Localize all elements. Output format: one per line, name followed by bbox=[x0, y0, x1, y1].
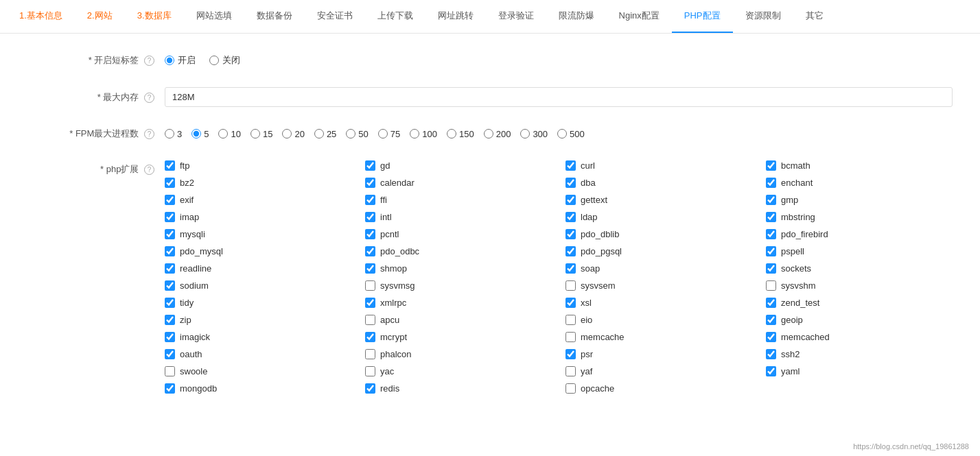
ext-checkbox-pdo_dblib[interactable] bbox=[565, 229, 576, 239]
nav-item-redirect[interactable]: 网址跳转 bbox=[425, 0, 486, 33]
ext-checkbox-imap[interactable] bbox=[165, 212, 175, 222]
ext-checkbox-gd[interactable] bbox=[365, 160, 375, 171]
fpm-opt-300[interactable]: 300 bbox=[520, 129, 548, 139]
ext-item-redis[interactable]: redis bbox=[365, 383, 552, 394]
ext-item-bcmath[interactable]: bcmath bbox=[766, 160, 953, 171]
ext-item-apcu[interactable]: apcu bbox=[365, 315, 552, 325]
nav-item-website[interactable]: 2.网站 bbox=[75, 0, 125, 33]
nav-item-database[interactable]: 3.数据库 bbox=[125, 0, 184, 33]
nav-item-login[interactable]: 登录验证 bbox=[486, 0, 546, 33]
ext-checkbox-pdo_odbc[interactable] bbox=[365, 246, 375, 256]
ext-checkbox-curl[interactable] bbox=[565, 160, 576, 171]
nav-item-ratelimit[interactable]: 限流防爆 bbox=[546, 0, 607, 33]
ext-item-pdo_firebird[interactable]: pdo_firebird bbox=[766, 229, 953, 239]
ext-checkbox-dba[interactable] bbox=[565, 178, 576, 188]
ext-checkbox-sysvmsg[interactable] bbox=[365, 280, 375, 291]
nav-item-upload[interactable]: 上传下载 bbox=[365, 0, 425, 33]
ext-checkbox-bcmath[interactable] bbox=[766, 160, 776, 171]
ext-checkbox-sodium[interactable] bbox=[165, 280, 175, 291]
ext-item-pdo_pgsql[interactable]: pdo_pgsql bbox=[565, 246, 752, 256]
ext-item-gettext[interactable]: gettext bbox=[565, 195, 752, 205]
ext-checkbox-shmop[interactable] bbox=[365, 263, 375, 274]
ext-item-memcache[interactable]: memcache bbox=[565, 332, 752, 342]
nav-item-php[interactable]: PHP配置 bbox=[672, 0, 733, 33]
ext-checkbox-phalcon[interactable] bbox=[365, 349, 375, 359]
ext-item-enchant[interactable]: enchant bbox=[766, 178, 953, 188]
ext-item-sockets[interactable]: sockets bbox=[766, 263, 953, 274]
ext-item-calendar[interactable]: calendar bbox=[365, 178, 552, 188]
fpm-opt-20[interactable]: 20 bbox=[282, 129, 304, 139]
fpm-opt-10[interactable]: 10 bbox=[218, 129, 240, 139]
ext-item-sysvshm[interactable]: sysvshm bbox=[766, 280, 953, 291]
ext-item-oauth[interactable]: oauth bbox=[165, 349, 351, 359]
ext-checkbox-xmlrpc[interactable] bbox=[365, 298, 375, 308]
ext-item-eio[interactable]: eio bbox=[565, 315, 752, 325]
nav-item-backup[interactable]: 数据备份 bbox=[244, 0, 305, 33]
ext-item-tidy[interactable]: tidy bbox=[165, 298, 351, 308]
ext-item-zip[interactable]: zip bbox=[165, 315, 351, 325]
fpm-opt-3[interactable]: 3 bbox=[165, 129, 182, 139]
ext-checkbox-imagick[interactable] bbox=[165, 332, 175, 342]
ext-checkbox-xsl[interactable] bbox=[565, 298, 576, 308]
ext-checkbox-pdo_firebird[interactable] bbox=[766, 229, 776, 239]
ext-checkbox-redis[interactable] bbox=[365, 383, 375, 394]
ext-item-pdo_odbc[interactable]: pdo_odbc bbox=[365, 246, 552, 256]
short-tag-close-radio[interactable] bbox=[209, 56, 219, 65]
ext-item-mcrypt[interactable]: mcrypt bbox=[365, 332, 552, 342]
ext-item-intl[interactable]: intl bbox=[365, 212, 552, 222]
ext-checkbox-ssh2[interactable] bbox=[766, 349, 776, 359]
fpm-opt-15[interactable]: 15 bbox=[250, 129, 272, 139]
ext-item-memcached[interactable]: memcached bbox=[766, 332, 953, 342]
ext-checkbox-soap[interactable] bbox=[565, 263, 576, 274]
ext-item-zend_test[interactable]: zend_test bbox=[766, 298, 953, 308]
fpm-opt-5[interactable]: 5 bbox=[191, 129, 209, 139]
nav-item-extra[interactable]: 网站选填 bbox=[184, 0, 244, 33]
ext-checkbox-sysvshm[interactable] bbox=[766, 280, 776, 291]
ext-item-yaml[interactable]: yaml bbox=[766, 366, 953, 376]
ext-checkbox-zip[interactable] bbox=[165, 315, 175, 325]
fpm-opt-50[interactable]: 50 bbox=[346, 129, 368, 139]
ext-item-ffi[interactable]: ffi bbox=[365, 195, 552, 205]
php-ext-help-icon[interactable]: ? bbox=[144, 165, 154, 175]
ext-checkbox-intl[interactable] bbox=[365, 212, 375, 222]
ext-item-mbstring[interactable]: mbstring bbox=[766, 212, 953, 222]
ext-checkbox-ftp[interactable] bbox=[165, 160, 175, 171]
ext-checkbox-yaf[interactable] bbox=[565, 366, 576, 376]
ext-item-xmlrpc[interactable]: xmlrpc bbox=[365, 298, 552, 308]
ext-item-swoole[interactable]: swoole bbox=[165, 366, 351, 376]
ext-checkbox-bz2[interactable] bbox=[165, 178, 175, 188]
ext-item-curl[interactable]: curl bbox=[565, 160, 752, 171]
ext-checkbox-geoip[interactable] bbox=[766, 315, 776, 325]
ext-checkbox-exif[interactable] bbox=[165, 195, 175, 205]
ext-checkbox-yac[interactable] bbox=[365, 366, 375, 376]
ext-checkbox-yaml[interactable] bbox=[766, 366, 776, 376]
ext-checkbox-gettext[interactable] bbox=[565, 195, 576, 205]
ext-item-readline[interactable]: readline bbox=[165, 263, 351, 274]
short-tag-open-radio[interactable] bbox=[165, 56, 174, 65]
ext-checkbox-readline[interactable] bbox=[165, 263, 175, 274]
fpm-max-help-icon[interactable]: ? bbox=[144, 129, 154, 139]
ext-item-yac[interactable]: yac bbox=[365, 366, 552, 376]
ext-checkbox-calendar[interactable] bbox=[365, 178, 375, 188]
fpm-opt-100[interactable]: 100 bbox=[410, 129, 437, 139]
ext-checkbox-opcache[interactable] bbox=[565, 383, 576, 394]
ext-checkbox-pdo_pgsql[interactable] bbox=[565, 246, 576, 256]
ext-checkbox-memcache[interactable] bbox=[565, 332, 576, 342]
ext-item-bz2[interactable]: bz2 bbox=[165, 178, 351, 188]
ext-item-mysqli[interactable]: mysqli bbox=[165, 229, 351, 239]
ext-checkbox-zend_test[interactable] bbox=[766, 298, 776, 308]
ext-checkbox-oauth[interactable] bbox=[165, 349, 175, 359]
max-memory-help-icon[interactable]: ? bbox=[144, 93, 154, 103]
fpm-opt-500[interactable]: 500 bbox=[557, 129, 585, 139]
ext-checkbox-ldap[interactable] bbox=[565, 212, 576, 222]
ext-checkbox-pspell[interactable] bbox=[766, 246, 776, 256]
ext-item-pdo_dblib[interactable]: pdo_dblib bbox=[565, 229, 752, 239]
nav-item-other[interactable]: 其它 bbox=[793, 0, 836, 33]
ext-checkbox-mbstring[interactable] bbox=[766, 212, 776, 222]
ext-checkbox-pcntl[interactable] bbox=[365, 229, 375, 239]
ext-item-opcache[interactable]: opcache bbox=[565, 383, 752, 394]
fpm-opt-150[interactable]: 150 bbox=[447, 129, 474, 139]
ext-item-exif[interactable]: exif bbox=[165, 195, 351, 205]
nav-item-resource[interactable]: 资源限制 bbox=[733, 0, 793, 33]
ext-checkbox-sockets[interactable] bbox=[766, 263, 776, 274]
